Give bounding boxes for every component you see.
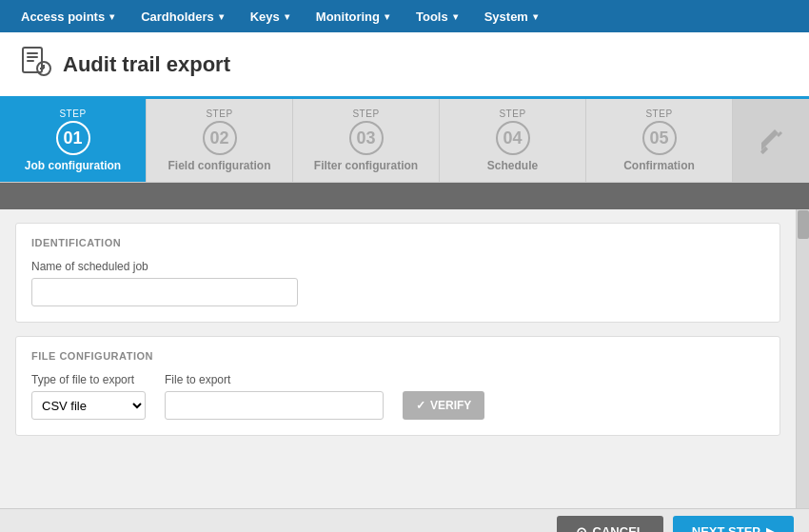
nav-keys-arrow-icon: ▾ [285,11,289,22]
step-tools-icon-area [733,99,809,182]
main-content: IDENTIFICATION Name of scheduled job FIL… [0,209,796,508]
identification-title: IDENTIFICATION [31,237,764,248]
step-3[interactable]: STEP 03 Filter configuration [293,99,440,182]
step-1-name: Job configuration [25,159,121,172]
file-label: File to export [165,373,384,386]
type-label: Type of file to export [31,373,146,386]
verify-label: VERIFY [430,399,471,412]
nav-system-arrow-icon: ▾ [533,11,538,22]
step-5[interactable]: STEP 05 Confirmation [586,99,733,182]
content-wrapper: IDENTIFICATION Name of scheduled job FIL… [0,209,809,508]
nav-monitoring[interactable]: Monitoring ▾ [303,0,403,32]
nav-system-label: System [484,10,528,24]
nav-monitoring-arrow-icon: ▾ [385,11,389,22]
nav-keys-label: Keys [250,10,280,24]
nav-tools[interactable]: Tools ▾ [403,0,471,32]
step-2-number: 02 [203,121,237,155]
type-field-group: Type of file to export CSV file PDF file… [31,373,146,420]
identification-section: IDENTIFICATION Name of scheduled job [15,223,780,323]
cancel-label: CANCEL [593,524,644,532]
step-1-number: 01 [56,121,90,155]
nav-system[interactable]: System ▾ [471,0,551,32]
step-4-label: STEP [499,108,525,119]
footer: ⊙ CANCEL NEXT STEP ▶ [0,508,809,532]
file-type-select[interactable]: CSV file PDF file XML file [31,391,146,420]
step-3-number: 03 [349,121,384,155]
step-4-number: 04 [496,121,530,155]
step-2[interactable]: STEP 02 Field configuration [147,99,293,182]
next-step-button[interactable]: NEXT STEP ▶ [673,516,794,533]
cancel-circle-icon: ⊙ [576,524,587,533]
step-1-label: STEP [59,108,86,119]
file-path-input[interactable] [165,391,384,420]
nav-access-points-arrow-icon: ▾ [109,11,114,22]
scrollbar-track[interactable] [796,209,809,508]
svg-rect-2 [27,56,38,58]
audit-icon [19,44,53,85]
job-name-input[interactable] [31,278,298,306]
step-4[interactable]: STEP 04 Schedule [440,99,586,182]
page-header: Audit trail export [0,32,809,99]
subheader [0,183,809,209]
check-icon: ✓ [416,399,425,412]
step-5-name: Confirmation [623,159,695,172]
page-title: Audit trail export [63,52,230,77]
nav-monitoring-label: Monitoring [316,10,380,24]
top-navigation: Access points ▾ Cardholders ▾ Keys ▾ Mon… [0,0,809,32]
step-3-name: Filter configuration [314,159,418,172]
step-2-name: Field configuration [168,159,271,172]
next-arrow-icon: ▶ [766,525,775,533]
nav-keys[interactable]: Keys ▾ [237,0,303,32]
step-5-number: 05 [642,121,677,155]
job-name-label: Name of scheduled job [31,260,764,273]
step-5-label: STEP [645,108,672,119]
step-2-label: STEP [206,108,232,119]
file-config-title: FILE CONFIGURATION [31,350,764,362]
nav-tools-arrow-icon: ▾ [453,11,458,22]
nav-access-points[interactable]: Access points ▾ [8,0,128,32]
nav-cardholders-arrow-icon: ▾ [219,11,224,22]
step-4-name: Schedule [487,159,538,172]
nav-cardholders-label: Cardholders [141,10,214,24]
cancel-button[interactable]: ⊙ CANCEL [557,516,663,533]
file-config-section: FILE CONFIGURATION Type of file to expor… [15,336,780,436]
step-3-label: STEP [352,108,379,119]
verify-button[interactable]: ✓ VERIFY [403,391,484,420]
svg-rect-1 [27,52,38,54]
nav-access-points-label: Access points [21,10,105,24]
file-config-row: Type of file to export CSV file PDF file… [31,373,764,420]
scrollbar-thumb[interactable] [798,210,809,239]
steps-bar: STEP 01 Job configuration STEP 02 Field … [0,99,809,183]
nav-cardholders[interactable]: Cardholders ▾ [128,0,237,32]
next-label: NEXT STEP [692,524,760,532]
file-field-group: File to export [165,373,384,420]
nav-tools-label: Tools [416,10,448,24]
step-1[interactable]: STEP 01 Job configuration [0,99,147,182]
svg-rect-3 [27,60,34,62]
